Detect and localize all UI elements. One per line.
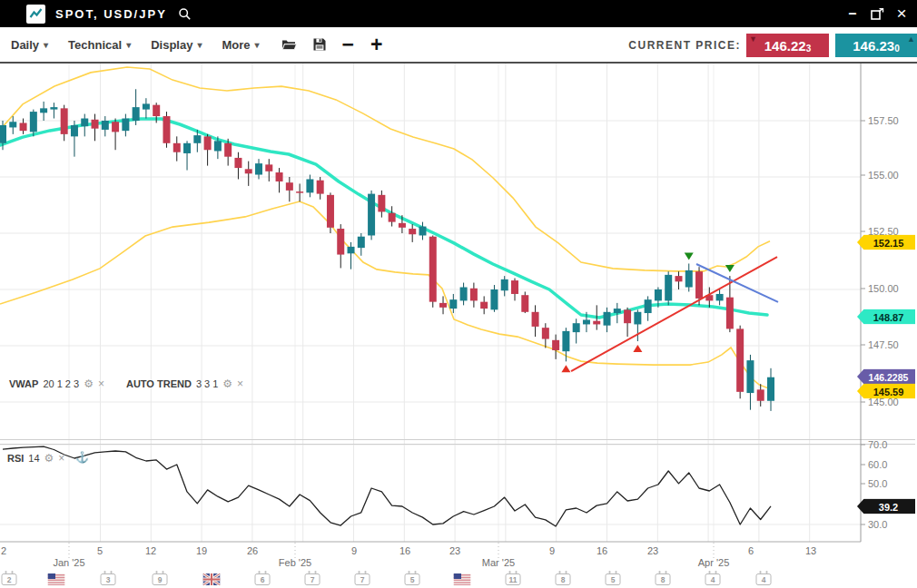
us-flag-icon[interactable] (48, 571, 65, 588)
month-label: Feb '25 (279, 557, 311, 568)
price-axis-label: 147.50 (868, 339, 899, 350)
calendar-event-icon[interactable]: 5 (606, 571, 621, 585)
gear-icon[interactable]: ⚙ (222, 379, 232, 388)
gear-icon[interactable]: ⚙ (44, 454, 54, 463)
calendar-day-number: 2 (2, 573, 17, 585)
date-tick-label: 9 (351, 545, 357, 556)
auto-trend-legend-name: AUTO TREND (126, 378, 192, 389)
calendar-day-number: 3 (101, 573, 116, 585)
rsi-axis-label: 50.0 (868, 478, 887, 489)
date-tick-label: 16 (597, 545, 607, 556)
chart-canvas[interactable] (0, 0, 917, 588)
rsi-legend: RSI 14 ⚙ × (7, 453, 64, 464)
calendar-day-number: 8 (556, 573, 571, 585)
month-label: Mar '25 (482, 557, 515, 568)
rsi-axis-label: 60.0 (868, 459, 887, 470)
rsi-axis-label: 30.0 (868, 519, 887, 530)
vwap-legend: VWAP 20 1 2 3 ⚙ × AUTO TREND 3 3 1 ⚙ × (9, 378, 243, 389)
anchor-icon[interactable]: ⚓ (75, 451, 89, 464)
rsi-legend-params: 14 (28, 453, 39, 464)
calendar-event-icon[interactable]: 3 (101, 571, 116, 585)
date-tick-label: 16 (399, 545, 410, 556)
date-tick-label: 2 (1, 545, 6, 556)
calendar-event-icon[interactable]: 7 (355, 571, 370, 585)
calendar-day-number: 5 (405, 573, 420, 585)
calendar-event-icon[interactable]: 2 (2, 571, 17, 585)
month-label: Apr '25 (698, 557, 730, 568)
calendar-day-number: 8 (656, 573, 671, 585)
calendar-day-number: 7 (355, 573, 370, 585)
rsi-axis-label: 70.0 (868, 439, 887, 450)
price-axis-label: 155.00 (868, 170, 899, 181)
upper-band-badge: 152.15 (857, 235, 915, 250)
price-axis-label: 157.50 (868, 115, 899, 126)
close-icon[interactable]: × (58, 454, 64, 463)
close-icon[interactable]: × (98, 379, 104, 388)
vwap-legend-params: 20 1 2 3 (43, 378, 79, 389)
calendar-day-number: 6 (255, 573, 271, 585)
calendar-event-icon[interactable]: 4 (756, 571, 772, 585)
calendar-day-number: 4 (705, 573, 721, 585)
calendar-event-icon[interactable]: 5 (405, 571, 420, 585)
gear-icon[interactable]: ⚙ (84, 379, 94, 388)
calendar-event-icon[interactable]: 9 (153, 571, 168, 585)
calendar-event-icon[interactable]: 6 (255, 571, 271, 585)
vwap-legend-name: VWAP (9, 378, 38, 389)
economic-calendar-row: 23967751185844 (0, 571, 917, 587)
current-price-badge: 146.2285 (857, 369, 915, 385)
date-tick-label: 23 (449, 545, 460, 556)
uk-flag-icon[interactable] (203, 571, 221, 588)
calendar-event-icon[interactable]: 8 (656, 571, 671, 585)
calendar-day-number: 9 (153, 573, 168, 585)
calendar-day-number: 7 (305, 573, 320, 585)
rsi-legend-name: RSI (7, 453, 24, 464)
rsi-value-badge: 39.2 (857, 499, 915, 514)
date-tick-label: 9 (549, 545, 555, 556)
calendar-day-number: 4 (756, 573, 772, 585)
calendar-day-number: 11 (506, 573, 521, 585)
calendar-day-number: 5 (606, 573, 621, 585)
calendar-event-icon[interactable]: 11 (506, 571, 521, 585)
close-icon[interactable]: × (237, 379, 243, 388)
date-tick-label: 23 (647, 545, 658, 556)
us-flag-icon[interactable] (454, 571, 471, 588)
lower-band-badge: 145.59 (857, 384, 915, 399)
vwap-badge: 148.87 (857, 309, 915, 325)
date-tick-label: 13 (805, 545, 816, 556)
date-tick-label: 19 (196, 545, 207, 556)
date-tick-label: 12 (145, 545, 156, 556)
month-label: Jan '25 (53, 557, 84, 568)
auto-trend-legend-params: 3 3 1 (196, 378, 218, 389)
date-tick-label: 6 (748, 545, 754, 556)
calendar-event-icon[interactable]: 7 (305, 571, 320, 585)
price-axis-label: 150.00 (868, 283, 899, 294)
date-tick-label: 5 (97, 545, 103, 556)
calendar-event-icon[interactable]: 8 (556, 571, 571, 585)
date-tick-label: 26 (247, 545, 258, 556)
trading-app-window: SPOT, USD/JPY – × Daily ▾ Te (0, 0, 917, 588)
calendar-event-icon[interactable]: 4 (705, 571, 721, 585)
